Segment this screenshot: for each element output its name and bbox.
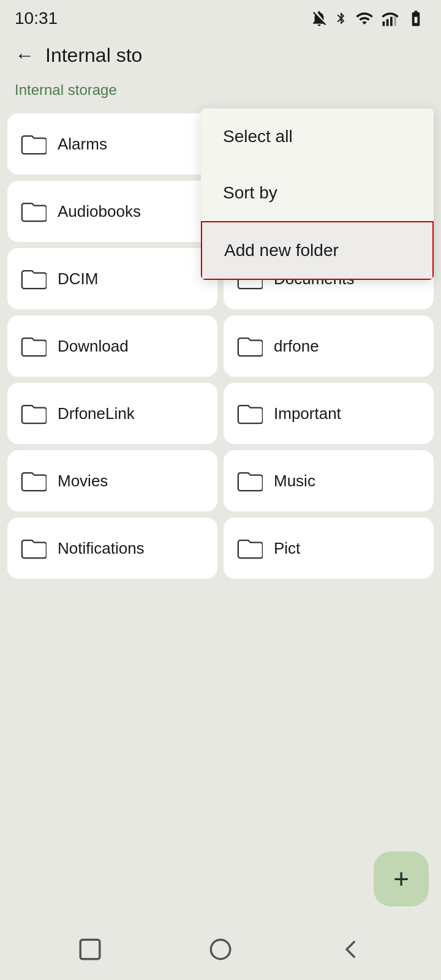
folder-icon-alarms [20,130,47,157]
status-icons [310,9,426,28]
menu-item-select-all[interactable]: Select all [201,108,434,165]
folder-name-dcim: DCIM [58,270,98,288]
folder-item-movies[interactable]: Movies [7,450,217,511]
folder-item-drfonelink[interactable]: DrfoneLink [7,383,217,444]
folder-item-notifications[interactable]: Notifications [7,518,217,579]
header: ← Internal sto [0,34,441,77]
folder-icon-pictures [236,535,263,562]
folder-name-notifications: Notifications [58,539,145,558]
content-area: Select all Sort by Add new folder Alarms… [0,108,441,584]
svg-rect-4 [80,940,100,959]
signal-icon [381,9,399,28]
folder-item-drfone[interactable]: drfone [224,315,434,377]
fab-add-button[interactable]: + [374,851,429,907]
folder-name-download: Download [58,337,129,356]
folder-name-important: Important [274,404,341,423]
nav-circle-button[interactable] [208,937,233,962]
folder-icon-movies [20,467,47,494]
folder-icon-drfone [236,333,263,360]
breadcrumb: Internal storage [0,77,441,108]
folder-item-music[interactable]: Music [224,450,434,511]
svg-rect-1 [386,19,389,26]
page-title: Internal sto [45,44,142,67]
folder-icon-download [20,333,47,360]
back-button[interactable]: ← [15,44,34,67]
folder-name-drfonelink: DrfoneLink [58,404,135,423]
folder-name-movies: Movies [58,472,108,491]
folder-item-dcim[interactable]: DCIM [7,248,217,309]
status-time: 10:31 [15,9,58,28]
dropdown-menu: Select all Sort by Add new folder [201,108,434,280]
wifi-icon [354,9,375,28]
folder-item-important[interactable]: Important [224,383,434,444]
folder-name-pictures: Pict [274,539,300,558]
folder-name-audiobooks: Audiobooks [58,202,141,221]
bluetooth-icon [334,9,348,28]
folder-item-download[interactable]: Download [7,315,217,377]
folder-name-alarms: Alarms [58,135,107,154]
folder-item-audiobooks[interactable]: Audiobooks [7,181,217,242]
folder-icon-important [236,400,263,427]
folder-icon-drfonelink [20,400,47,427]
nav-home-button[interactable] [77,937,103,962]
folder-icon-notifications [20,535,47,562]
breadcrumb-text: Internal storage [15,81,117,98]
folder-icon-dcim [20,265,47,292]
svg-rect-2 [390,17,393,26]
folder-item-pictures[interactable]: Pict [224,518,434,579]
folder-icon-music [236,467,263,494]
bell-muted-icon [310,9,328,28]
folder-name-drfone: drfone [274,337,319,356]
status-bar: 10:31 [0,0,441,34]
nav-back-button[interactable] [338,937,364,962]
folder-icon-audiobooks [20,198,47,225]
svg-rect-0 [383,21,385,26]
svg-rect-3 [394,15,396,26]
folder-name-music: Music [274,472,315,491]
svg-point-5 [211,940,230,959]
menu-item-sort-by[interactable]: Sort by [201,165,434,221]
battery-icon [405,9,426,28]
menu-item-add-new-folder[interactable]: Add new folder [201,221,434,280]
navigation-bar [0,919,441,980]
